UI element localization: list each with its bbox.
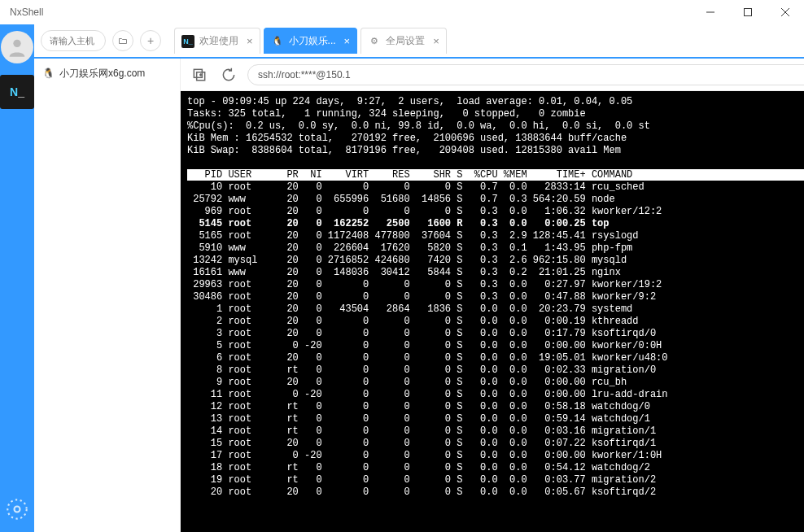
add-tab-button[interactable]: + [140, 30, 161, 51]
sidebar-app-icon[interactable]: N_ [0, 75, 34, 109]
gear-icon: ⚙ [368, 35, 381, 48]
window-title: NxShell [10, 7, 692, 18]
toolbar [181, 59, 804, 91]
maximize-button[interactable] [729, 0, 767, 24]
tux-icon: 🐧 [271, 35, 284, 48]
host-input[interactable] [41, 30, 106, 51]
duplicate-button[interactable] [189, 64, 210, 85]
tux-icon: 🐧 [42, 68, 55, 79]
session-tree: 🐧 小刀娱乐网x6g.com [34, 59, 181, 532]
reload-button[interactable] [218, 64, 239, 85]
session-label: 小刀娱乐网x6g.com [59, 67, 145, 81]
session-item[interactable]: 🐧 小刀娱乐网x6g.com [34, 63, 180, 83]
address-input[interactable] [247, 64, 804, 85]
tab-label: 全局设置 [386, 34, 425, 48]
avatar[interactable] [1, 31, 33, 63]
settings-icon[interactable] [2, 495, 32, 524]
svg-point-2 [7, 499, 26, 518]
svg-point-3 [15, 507, 20, 512]
tabbar: + N_ 欢迎使用 × 🐧 小刀娱乐... × ⚙ 全局设置 × [34, 24, 804, 59]
svg-rect-0 [745, 9, 752, 16]
terminal[interactable]: top - 09:09:45 up 224 days, 9:27, 2 user… [181, 91, 804, 532]
tab-session[interactable]: 🐧 小刀娱乐... × [264, 28, 358, 54]
tab-label: 小刀娱乐... [289, 34, 336, 48]
tab-welcome[interactable]: N_ 欢迎使用 × [174, 28, 260, 54]
close-button[interactable] [767, 0, 804, 24]
close-icon[interactable]: × [247, 35, 253, 47]
close-icon[interactable]: × [433, 35, 439, 47]
svg-point-1 [13, 40, 20, 47]
tab-label: 欢迎使用 [199, 34, 238, 48]
sidebar: N_ [0, 24, 34, 532]
minimize-button[interactable] [692, 0, 729, 24]
app-icon: N_ [181, 35, 194, 48]
tab-settings[interactable]: ⚙ 全局设置 × [360, 28, 447, 54]
close-icon[interactable]: × [344, 35, 351, 47]
titlebar: NxShell [0, 0, 804, 24]
folder-button[interactable] [112, 30, 133, 51]
